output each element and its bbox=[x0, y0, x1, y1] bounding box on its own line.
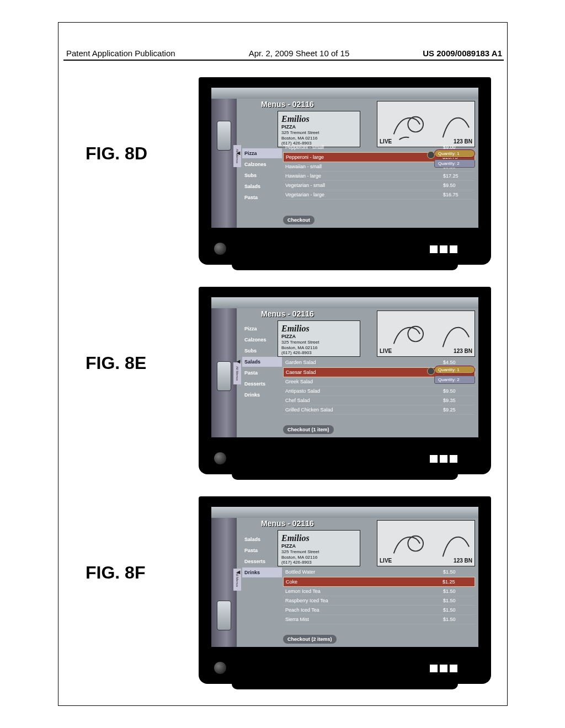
menus-title: Menus - 02116 bbox=[261, 100, 314, 109]
tv-fig-8d: All Menus Menus - 02116 Emilios PIZZA 32… bbox=[199, 77, 491, 265]
item-row[interactable]: Hawaiian - large$17.25 bbox=[283, 172, 475, 181]
restaurant-addr1: 325 Tremont Street bbox=[281, 549, 356, 555]
restaurant-brand: Emilios bbox=[281, 323, 356, 334]
category-salads[interactable]: Salads bbox=[242, 534, 282, 544]
tv-speaker bbox=[214, 452, 226, 464]
restaurant-sub: PIZZA bbox=[281, 543, 356, 549]
quantity-popup: Quantity: 1 Quantity: 2 bbox=[434, 366, 475, 384]
restaurant-addr2: Boston, MA 02116 bbox=[281, 136, 356, 141]
restaurant-brand: Emilios bbox=[281, 533, 356, 543]
menus-title: Menus - 02116 bbox=[261, 309, 314, 318]
category-list-8f: Salads Pasta Desserts Drinks bbox=[242, 534, 282, 579]
category-desserts[interactable]: Desserts bbox=[242, 379, 282, 389]
fig-8d-label: FIG. 8D bbox=[86, 143, 147, 164]
category-salads[interactable]: Salads bbox=[242, 181, 282, 191]
restaurant-card: Emilios PIZZA 325 Tremont Street Boston,… bbox=[278, 320, 360, 357]
category-desserts[interactable]: Desserts bbox=[242, 556, 282, 566]
live-video: LIVE 123 BN bbox=[377, 311, 475, 357]
item-row[interactable]: Sierra Mist$1.50 bbox=[283, 615, 475, 624]
all-menus-tab[interactable]: All Menus bbox=[233, 145, 241, 167]
page-header: Patent Application Publication Apr. 2, 2… bbox=[66, 49, 502, 58]
scroll-slider[interactable] bbox=[217, 361, 231, 391]
window-topbar bbox=[211, 507, 478, 518]
tv-speaker bbox=[214, 243, 226, 255]
channel-badge: 123 BN bbox=[454, 558, 472, 564]
category-pasta[interactable]: Pasta bbox=[242, 545, 282, 555]
category-salads[interactable]: Salads bbox=[242, 357, 282, 367]
category-subs[interactable]: Subs bbox=[242, 170, 282, 180]
tv-buttons bbox=[429, 454, 458, 463]
header-left: Patent Application Publication bbox=[66, 49, 175, 58]
item-row[interactable]: Grilled Chicken Salad$9.25 bbox=[283, 405, 475, 415]
window-topbar bbox=[211, 297, 478, 308]
tv-fig-8f: All Menus Menus - 02116 Emilios PIZZA 32… bbox=[199, 496, 491, 684]
live-video: LIVE 123 BN bbox=[377, 520, 475, 566]
item-row[interactable]: Vegetarian - small$9.50 bbox=[283, 181, 475, 190]
category-drinks[interactable]: Drinks bbox=[242, 568, 282, 577]
fig-8e-label: FIG. 8E bbox=[86, 353, 146, 373]
item-row[interactable]: Vegetarian - large$16.75 bbox=[283, 190, 475, 200]
category-drinks[interactable]: Drinks bbox=[242, 390, 282, 400]
category-pizza[interactable]: Pizza bbox=[242, 324, 282, 334]
restaurant-card: Emilios PIZZA 325 Tremont Street Boston,… bbox=[278, 530, 360, 566]
item-row[interactable]: Bottled Water$1.50 bbox=[283, 568, 475, 577]
item-row[interactable]: Peach Iced Tea$1.50 bbox=[283, 606, 475, 615]
live-badge: LIVE bbox=[380, 558, 392, 564]
tv-speaker bbox=[214, 662, 226, 674]
live-video: LIVE 123 BN bbox=[377, 101, 475, 147]
all-menus-tab[interactable]: All Menus bbox=[233, 362, 241, 384]
item-row[interactable]: Coke$1.25 bbox=[283, 577, 475, 587]
item-list-8f: Bottled Water$1.50 Coke$1.25 Lemon Iced … bbox=[283, 568, 475, 624]
screen-8e: All Menus Menus - 02116 Emilios PIZZA 32… bbox=[211, 297, 479, 438]
header-pubno: US 2009/0089183 A1 bbox=[423, 49, 502, 58]
category-pasta[interactable]: Pasta bbox=[242, 368, 282, 378]
header-middle: Apr. 2, 2009 Sheet 10 of 15 bbox=[249, 49, 350, 58]
restaurant-sub: PIZZA bbox=[281, 124, 356, 130]
restaurant-addr1: 325 Tremont Street bbox=[281, 340, 356, 345]
restaurant-brand: Emilios bbox=[281, 114, 356, 124]
quantity-popup: Quantity: 1 Quantity: 2 bbox=[434, 149, 475, 168]
checkout-button[interactable]: Checkout (1 item) bbox=[283, 425, 334, 434]
category-calzones[interactable]: Calzones bbox=[242, 159, 282, 169]
quantity-1-button[interactable]: Quantity: 1 bbox=[434, 149, 475, 158]
quantity-1-button[interactable]: Quantity: 1 bbox=[434, 366, 475, 374]
category-pizza[interactable]: Pizza bbox=[242, 148, 282, 158]
channel-badge: 123 BN bbox=[454, 348, 472, 354]
quantity-2-button[interactable]: Quantity: 2 bbox=[434, 159, 475, 168]
checkout-button[interactable]: Checkout (2 items) bbox=[283, 635, 337, 644]
screen-8d: All Menus Menus - 02116 Emilios PIZZA 32… bbox=[211, 87, 479, 228]
restaurant-phone: (617) 426-8903 bbox=[281, 350, 356, 356]
tv-buttons bbox=[429, 664, 458, 673]
tv-fig-8e: All Menus Menus - 02116 Emilios PIZZA 32… bbox=[199, 287, 491, 474]
checkout-button[interactable]: Checkout bbox=[283, 216, 315, 224]
category-calzones[interactable]: Calzones bbox=[242, 335, 282, 345]
category-subs[interactable]: Subs bbox=[242, 346, 282, 356]
restaurant-addr2: Boston, MA 02116 bbox=[281, 345, 356, 351]
header-rule bbox=[63, 60, 504, 61]
quantity-2-button[interactable]: Quantity: 2 bbox=[434, 376, 475, 384]
item-row[interactable]: Lemon Iced Tea$1.50 bbox=[283, 587, 475, 596]
scroll-slider[interactable] bbox=[217, 121, 231, 151]
item-row[interactable]: Chef Salad$9.35 bbox=[283, 396, 475, 405]
restaurant-addr1: 325 Tremont Street bbox=[281, 130, 356, 136]
restaurant-card: Emilios PIZZA 325 Tremont Street Boston,… bbox=[278, 111, 360, 147]
menus-title: Menus - 02116 bbox=[261, 519, 314, 528]
category-list-8e: Pizza Calzones Subs Salads Pasta Dessert… bbox=[242, 324, 282, 401]
item-row[interactable]: Antipasto Salad$9.50 bbox=[283, 387, 475, 396]
category-pasta[interactable]: Pasta bbox=[242, 192, 282, 202]
live-badge: LIVE bbox=[380, 348, 392, 354]
screen-8f: All Menus Menus - 02116 Emilios PIZZA 32… bbox=[211, 506, 479, 647]
item-row[interactable]: Raspberry Iced Tea$1.50 bbox=[283, 596, 475, 606]
window-topbar bbox=[211, 88, 478, 99]
fig-8f-label: FIG. 8F bbox=[86, 563, 145, 583]
restaurant-phone: (617) 426-8903 bbox=[281, 560, 356, 565]
scroll-slider[interactable] bbox=[217, 601, 231, 630]
category-list-8d: Pizza Calzones Subs Salads Pasta bbox=[242, 148, 282, 204]
restaurant-sub: PIZZA bbox=[281, 334, 356, 340]
restaurant-addr2: Boston, MA 02116 bbox=[281, 555, 356, 560]
tv-buttons bbox=[429, 245, 458, 254]
